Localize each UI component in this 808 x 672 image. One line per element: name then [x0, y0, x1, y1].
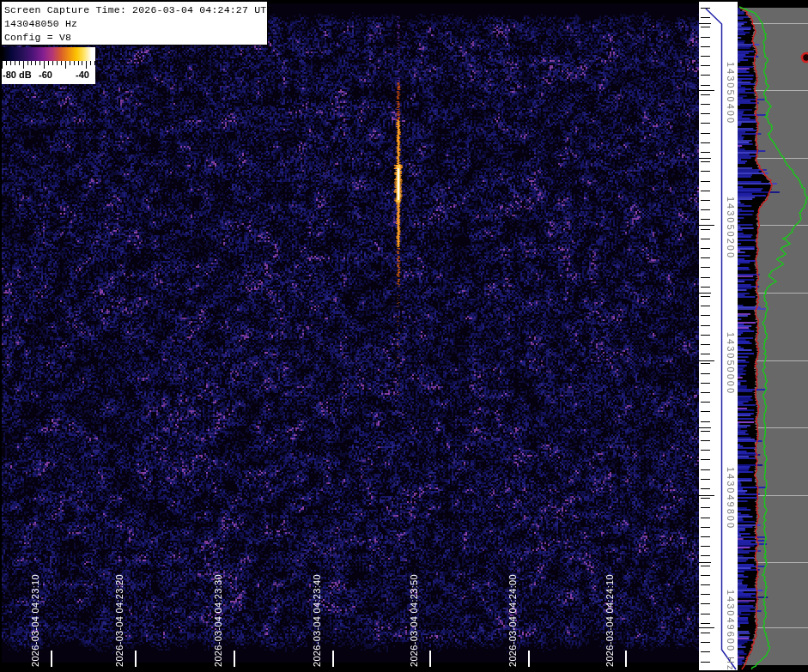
frequency-label-text: 143049800 [726, 467, 736, 530]
frequency-label-text: 143050200 [726, 197, 736, 259]
time-label-text: 2026-03-04 04:24:00 [507, 574, 518, 667]
time-tick-mark [234, 651, 235, 667]
color-scale-ruler [2, 61, 95, 69]
time-tick-mark [51, 651, 52, 667]
config-text: Config = V8 [4, 31, 267, 45]
time-label-text: 2026-03-04 04:23:20 [114, 574, 125, 667]
color-scale-gradient [2, 47, 95, 61]
time-tick-mark [625, 651, 627, 667]
frequency-label-text: 143050400 [726, 62, 736, 124]
capture-info-box: Screen Capture Time: 2026-03-04 04:24:27… [2, 2, 268, 45]
spectrum-lab-screen: Screen Capture Time: 2026-03-04 04:24:27… [0, 0, 808, 672]
time-tick-mark [135, 651, 137, 667]
capture-time-text: Screen Capture Time: 2026-03-04 04:24:27… [4, 3, 267, 17]
time-tick-mark [528, 651, 530, 667]
legend-db-min-label: -80 dB [3, 70, 32, 80]
time-label-text: 2026-03-04 04:23:30 [213, 574, 223, 667]
center-frequency-text: 143048050 Hz [4, 17, 267, 31]
time-label-text: 2026-03-04 04:23:10 [30, 574, 40, 667]
color-scale-labels: -80 dB -60 -40 [2, 69, 95, 83]
time-label-text: 2026-03-04 04:24:10 [604, 574, 615, 667]
frequency-label-text: 143049600 Hz [726, 590, 736, 672]
time-tick-mark [429, 651, 431, 667]
time-label-text: 2026-03-04 04:23:50 [409, 574, 419, 667]
waterfall-canvas [0, 0, 808, 672]
legend-db-mid-label: -60 [39, 70, 52, 80]
time-label-text: 2026-03-04 04:23:40 [312, 574, 322, 667]
color-scale-legend: -80 dB -60 -40 [2, 47, 95, 84]
frequency-label-text: 143050000 [726, 332, 736, 395]
legend-db-max-label: -40 [76, 70, 89, 80]
time-tick-mark [332, 651, 334, 667]
